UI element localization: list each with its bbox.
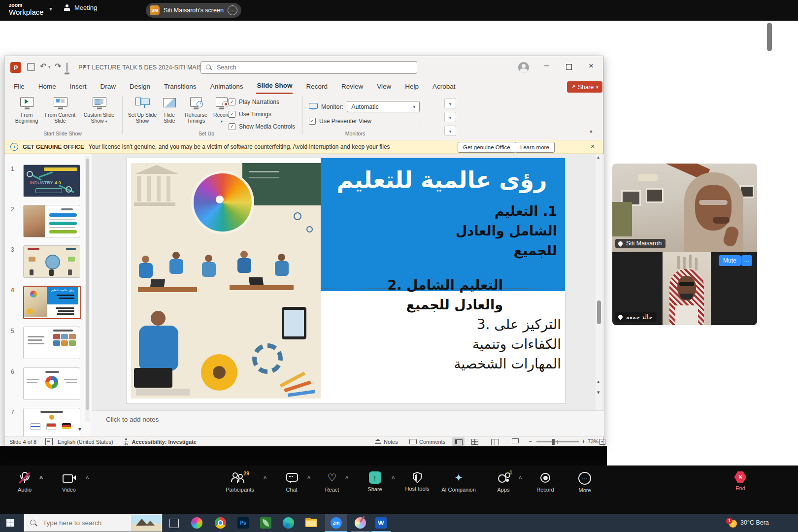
from-current-slide-button[interactable]: From Current Slide <box>44 97 76 124</box>
video-tile-2[interactable]: Mute … خالد جمعه <box>612 252 757 325</box>
chat-button[interactable]: Chat <box>271 471 312 493</box>
slide-thumbnail-3[interactable] <box>23 245 80 278</box>
learn-more-button[interactable]: Learn more <box>515 142 555 153</box>
host-tools-button[interactable]: Host tools <box>397 471 438 492</box>
tab-view[interactable]: View <box>376 80 392 94</box>
close-icon[interactable]: × <box>589 61 594 71</box>
react-chevron-icon[interactable]: ^ <box>345 475 348 481</box>
tab-acrobat[interactable]: Acrobat <box>432 80 456 94</box>
pill-more-icon[interactable]: … <box>228 5 237 15</box>
slide-sorter-view-button[interactable] <box>471 439 477 444</box>
end-meeting-button[interactable]: × End <box>720 471 761 491</box>
redo-icon[interactable]: ↷ <box>55 62 61 71</box>
task-view-button[interactable] <box>169 519 179 528</box>
tab-draw[interactable]: Draw <box>100 80 117 94</box>
use-presenter-view-checkbox[interactable]: ✓Use Presenter View <box>309 118 371 125</box>
notes-pane[interactable]: Click to add notes <box>92 410 604 436</box>
editor-scrollbar[interactable]: ▴ ▴ ▾ <box>596 154 602 410</box>
slide-thumbnail-6[interactable] <box>23 367 80 400</box>
reading-view-button[interactable] <box>491 439 499 445</box>
audio-chevron-icon[interactable]: ^ <box>40 475 43 481</box>
get-genuine-office-button[interactable]: Get genuine Office <box>458 142 516 153</box>
undo-icon[interactable]: ↶ <box>40 62 46 71</box>
tab-home[interactable]: Home <box>38 80 57 94</box>
start-button[interactable] <box>6 519 14 527</box>
zoom-out-button[interactable]: − <box>529 438 532 445</box>
zoom-slider-thumb[interactable] <box>552 439 555 445</box>
taskbar-app-photoshop[interactable]: Ps <box>237 517 249 529</box>
account-icon[interactable] <box>518 62 529 73</box>
monitor-dropdown[interactable]: Automatic ▾ <box>347 101 420 112</box>
slide[interactable]: رؤى عالمية للتعليم 1. التعليم الشامل وال… <box>127 158 565 403</box>
share-chevron-icon[interactable]: ^ <box>392 475 395 481</box>
ai-companion-button[interactable]: ✦ AI Companion <box>438 471 479 493</box>
thumbnail-scroll-down-icon[interactable]: ▾ <box>78 426 81 432</box>
set-up-slide-show-button[interactable]: Set Up Slide Show <box>127 97 158 124</box>
slide-point-2[interactable]: 2. التعليم الشامل والعادل للجميع <box>385 275 503 315</box>
tab-transitions[interactable]: Transitions <box>164 80 197 94</box>
accessibility-status[interactable]: Accessibility: Investigate <box>132 439 197 445</box>
desktop-scrollbar-thumb[interactable] <box>767 23 772 51</box>
apps-chevron-icon[interactable]: ^ <box>519 475 522 481</box>
taskbar-app-edge[interactable] <box>283 517 294 529</box>
slide-point-1[interactable]: 1. التعليم الشامل والعادل للجميع <box>424 201 557 261</box>
tab-animations[interactable]: Animations <box>210 80 244 94</box>
react-button[interactable]: ♡ React <box>311 471 353 493</box>
video-button[interactable]: Video <box>48 471 90 493</box>
captions-dropdown-button[interactable]: ▾ <box>444 126 456 136</box>
ppt-share-button[interactable]: ↗ Share ▾ <box>567 81 602 93</box>
language[interactable]: English (United States) <box>58 439 113 445</box>
tab-design[interactable]: Design <box>129 80 151 94</box>
more-button[interactable]: … More <box>564 471 605 493</box>
play-narrations-checkbox[interactable]: ✓Play Narrations <box>229 99 279 105</box>
video-tile-1[interactable]: Siti Maisaroh <box>612 164 757 252</box>
fit-to-window-icon[interactable] <box>599 439 605 445</box>
scroll-up-icon[interactable]: ▴ <box>597 154 599 160</box>
previous-slide-button[interactable]: ▴ <box>597 378 600 385</box>
slide-title[interactable]: رؤى عالمية للتعليم <box>329 164 555 196</box>
tab-meeting[interactable]: Meeting <box>63 4 97 11</box>
record-button[interactable]: Record <box>525 471 566 493</box>
tab-file[interactable]: File <box>13 80 25 94</box>
mute-button[interactable]: Mute <box>719 255 741 266</box>
zoom-percent[interactable]: 73% <box>588 438 598 444</box>
undo-chevron-icon[interactable]: ▾ <box>48 65 51 69</box>
comments-toggle[interactable]: Comments <box>409 439 445 445</box>
slide-thumbnail-5[interactable] <box>23 327 80 359</box>
taskbar-app-word[interactable]: W <box>371 514 391 532</box>
notes-placeholder[interactable]: Click to add notes <box>106 416 604 423</box>
taskbar-app-chrome[interactable] <box>215 517 226 529</box>
taskbar-search-input[interactable] <box>42 519 118 527</box>
scrollbar-thumb[interactable] <box>597 300 601 324</box>
save-icon[interactable] <box>27 63 35 71</box>
apps-button[interactable]: 1 Apps <box>483 471 524 493</box>
tab-insert[interactable]: Insert <box>69 80 87 94</box>
zoom-in-button[interactable]: + <box>582 438 585 445</box>
captions-dropdown-button[interactable]: ▾ <box>444 112 456 122</box>
slide-show-view-button[interactable] <box>512 438 519 445</box>
ppt-search-box[interactable] <box>200 61 417 74</box>
slide-thumbnail-7[interactable] <box>23 408 80 436</box>
tab-help[interactable]: Help <box>404 80 419 94</box>
minimize-icon[interactable]: – <box>544 61 549 70</box>
next-slide-button[interactable]: ▾ <box>597 389 600 396</box>
from-beginning-button[interactable]: From Beginning <box>12 97 41 124</box>
audio-button[interactable]: Audio <box>4 471 45 493</box>
use-timings-checkbox[interactable]: ✓Use Timings <box>229 111 271 118</box>
screen-share-pill[interactable]: SM Siti Maisaroh's screen … <box>146 3 241 18</box>
banner-close-icon[interactable]: × <box>591 142 595 150</box>
tile-more-button[interactable]: … <box>741 255 752 266</box>
weather-text[interactable]: 30°C Bera <box>740 519 769 526</box>
slide-thumbnail-4-selected[interactable]: رؤى عالمية للتعليم <box>23 286 81 319</box>
taskbar-app-explorer[interactable] <box>305 517 317 529</box>
search-input[interactable] <box>216 64 375 71</box>
taskbar-app-zoom-active[interactable]: zm <box>325 514 347 532</box>
participants-chevron-icon[interactable]: ^ <box>264 475 266 481</box>
workspace-chevron-icon[interactable]: ▾ <box>49 5 52 12</box>
participants-button[interactable]: 29 Participants <box>219 471 261 493</box>
quick-slideshow-icon[interactable] <box>66 63 67 72</box>
slide-thumbnail-2[interactable] <box>23 205 80 237</box>
taskbar-app-photos[interactable] <box>191 517 202 529</box>
restore-icon[interactable] <box>566 64 572 70</box>
show-media-controls-checkbox[interactable]: ✓Show Media Controls <box>229 123 295 130</box>
